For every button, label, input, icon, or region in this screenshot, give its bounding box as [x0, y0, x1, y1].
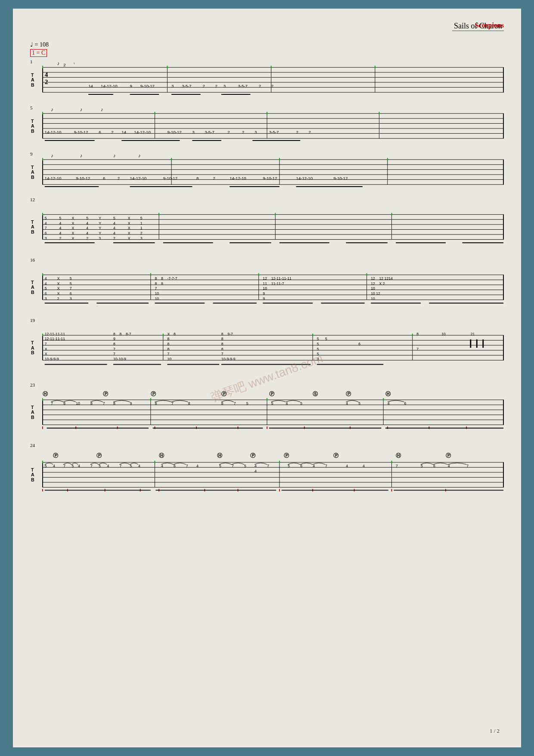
- page-container: Sails of Charon Scorpions ♩ = 108 1 = C …: [0, 0, 534, 756]
- svg-text:9-7: 9-7: [227, 332, 233, 336]
- svg-text:Y: Y: [99, 221, 101, 225]
- svg-text:9: 9: [113, 337, 115, 341]
- tempo: ♩ = 108: [30, 41, 504, 48]
- svg-text:Y: Y: [99, 231, 101, 236]
- svg-text:♪: ♪: [101, 106, 103, 112]
- svg-text:3-5-7: 3-5-7: [238, 84, 247, 88]
- svg-text:5: 5: [99, 464, 101, 469]
- svg-text:A: A: [31, 410, 34, 415]
- svg-text:8: 8: [221, 347, 224, 351]
- svg-text:8: 8: [221, 342, 224, 347]
- svg-text:3-5-7: 3-5-7: [269, 129, 279, 134]
- svg-text:1: 1: [140, 226, 143, 231]
- svg-text:5: 5: [325, 337, 327, 341]
- svg-text:3: 3: [224, 84, 226, 88]
- svg-text:7: 7: [155, 287, 157, 291]
- svg-text:Ⓗ: Ⓗ: [385, 391, 391, 397]
- measure-number-24: 24: [30, 443, 35, 448]
- svg-text:7: 7: [119, 464, 121, 469]
- svg-text:5: 5: [317, 337, 319, 341]
- svg-text:5: 5: [300, 402, 302, 406]
- measure-number-9: 9: [30, 151, 33, 156]
- svg-text:12-11-11-11: 12-11-11-11: [271, 277, 292, 281]
- svg-text:6: 6: [174, 464, 176, 469]
- svg-text:Ⓟ: Ⓟ: [346, 391, 351, 397]
- svg-text:4: 4: [45, 71, 48, 78]
- svg-text:5: 5: [317, 352, 319, 356]
- svg-text:4: 4: [86, 231, 88, 236]
- svg-text:9: 9: [130, 84, 132, 88]
- svg-text:Ⓟ: Ⓟ: [151, 391, 156, 397]
- svg-text:3-5-7: 3-5-7: [205, 129, 214, 134]
- svg-text:7: 7: [63, 464, 65, 469]
- svg-text:5: 5: [45, 216, 47, 221]
- svg-text:B: B: [31, 230, 34, 235]
- svg-text:X: X: [128, 226, 130, 231]
- svg-text:4: 4: [113, 221, 115, 225]
- svg-text:21: 21: [471, 332, 475, 336]
- svg-text:2: 2: [259, 84, 261, 88]
- svg-text:3: 3: [45, 236, 47, 241]
- svg-text:14: 14: [121, 129, 126, 134]
- svg-text:8: 8: [161, 281, 163, 286]
- svg-text:6: 6: [45, 231, 47, 236]
- svg-text:X: X: [57, 277, 60, 281]
- svg-text:7: 7: [232, 464, 234, 469]
- svg-text:7: 7: [70, 287, 72, 291]
- tab-staff-6: T A B 12-11-11-11 12-11-11-11 7 X X 10-9…: [30, 318, 504, 374]
- svg-text:10: 10: [263, 287, 267, 291]
- svg-text:5: 5: [70, 281, 72, 286]
- svg-text:Ⓢ: Ⓢ: [313, 391, 318, 397]
- svg-text:6: 6: [358, 342, 360, 347]
- notation-row-8: 24 T A B Ⓟ: [30, 443, 504, 499]
- svg-text:7: 7: [171, 402, 174, 406]
- svg-text:8: 8: [221, 332, 224, 336]
- svg-text:9: 9: [130, 402, 132, 406]
- svg-text:Ⓟ: Ⓟ: [284, 453, 289, 459]
- svg-text:7: 7: [113, 352, 115, 356]
- svg-text:5: 5: [317, 342, 319, 347]
- svg-text:6: 6: [99, 129, 101, 134]
- svg-text:7: 7: [45, 342, 47, 347]
- svg-text:X 2: X 2: [379, 281, 385, 286]
- svg-text:2: 2: [86, 236, 88, 241]
- svg-text:8: 8: [113, 342, 115, 347]
- tab-staff-7: T A B Ⓗ Ⓟ Ⓟ Ⓟ Ⓟ Ⓢ Ⓟ Ⓗ: [30, 382, 504, 434]
- measure-number-12: 12: [30, 197, 35, 202]
- svg-text:Ⓗ: Ⓗ: [396, 453, 401, 459]
- svg-text:4: 4: [59, 226, 62, 231]
- svg-text:Ⓟ: Ⓟ: [103, 391, 109, 397]
- svg-text:5: 5: [45, 464, 47, 469]
- svg-text:T: T: [31, 405, 34, 410]
- svg-text:8: 8: [221, 402, 224, 406]
- notation-row-4: 12 T A B: [30, 197, 504, 249]
- svg-text:3: 3: [255, 129, 257, 134]
- svg-text:12 1214: 12 1214: [379, 277, 393, 281]
- notation-row-6: 19 T A B 12-11-11: [30, 318, 504, 374]
- svg-text:14: 14: [88, 84, 93, 88]
- svg-text:3-5-7: 3-5-7: [182, 84, 191, 88]
- svg-text:7: 7: [103, 402, 105, 406]
- svg-text:2: 2: [308, 129, 310, 134]
- svg-text:9-10-12: 9-10-12: [140, 84, 155, 88]
- svg-text:T: T: [31, 164, 34, 169]
- svg-text:5: 5: [246, 402, 248, 406]
- svg-text:5: 5: [271, 402, 273, 406]
- svg-text:X: X: [45, 352, 47, 356]
- svg-text:X: X: [128, 231, 130, 236]
- svg-text:5: 5: [219, 464, 221, 469]
- notation-row-5: 16 T A B 4: [30, 257, 504, 309]
- svg-text:Y: Y: [99, 216, 101, 221]
- svg-text:B: B: [31, 174, 34, 179]
- svg-text:X: X: [128, 216, 130, 221]
- svg-text:2: 2: [296, 129, 298, 134]
- svg-text:5: 5: [59, 216, 62, 221]
- svg-text:X: X: [71, 231, 74, 236]
- svg-text:5: 5: [113, 216, 115, 221]
- svg-text:X: X: [167, 332, 170, 336]
- svg-text:8: 8: [196, 175, 199, 180]
- svg-text:2: 2: [111, 129, 113, 134]
- svg-text:5: 5: [130, 464, 132, 469]
- svg-text:7: 7: [221, 352, 224, 356]
- svg-text:9: 9: [263, 292, 265, 296]
